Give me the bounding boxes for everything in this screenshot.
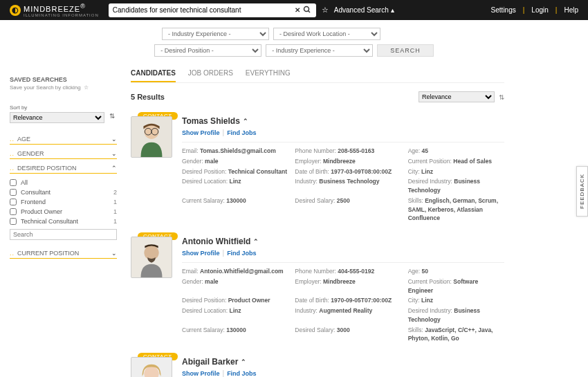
facet-desired-position[interactable]: ..DESIRED POSITION⌃: [10, 165, 117, 174]
find-jobs-link[interactable]: Find Jobs: [227, 250, 257, 257]
chevron-down-icon: ⌄: [111, 136, 117, 142]
results-sort-select[interactable]: Relevance: [419, 91, 495, 102]
find-jobs-link[interactable]: Find Jobs: [227, 129, 257, 136]
tab-job-orders[interactable]: JOB ORDERS: [188, 69, 233, 82]
tabs: CANDIDATES JOB ORDERS EVERYTHING: [131, 69, 504, 83]
tab-everything[interactable]: EVERYTHING: [246, 69, 291, 82]
candidate-name[interactable]: Tomas Shields ⌃: [182, 116, 504, 126]
results-content: CANDIDATES JOB ORDERS EVERYTHING 5 Resul…: [131, 69, 504, 377]
chevron-down-icon: ⌄: [111, 150, 117, 157]
saved-searches-title: SAVED SEARCHES: [10, 76, 117, 83]
saved-searches-hint: Save your Search by clicking ☆: [10, 84, 117, 91]
top-nav: Settings | Login | Help: [491, 6, 578, 14]
logo-icon: ◐: [10, 5, 21, 16]
avatar[interactable]: [131, 357, 172, 377]
sort-by-label: Sort by: [10, 104, 27, 111]
settings-link[interactable]: Settings: [491, 6, 516, 14]
search-icon[interactable]: [302, 6, 312, 15]
chevron-down-icon: ⌄: [111, 250, 117, 257]
filter-position[interactable]: - Desired Position -: [154, 44, 261, 57]
facet-checkbox[interactable]: [10, 189, 17, 196]
clear-icon[interactable]: ✕: [293, 6, 302, 14]
sidebar: SAVED SEARCHES Save your Search by click…: [10, 69, 117, 377]
candidate-name[interactable]: Abigail Barker ⌃: [182, 357, 504, 367]
facet-current-position[interactable]: ..CURRENT POSITION⌄: [10, 250, 117, 259]
filter-row: - Industry Experience - - Desired Work L…: [121, 28, 467, 57]
find-jobs-link[interactable]: Find Jobs: [227, 370, 257, 377]
advanced-search-link[interactable]: Advanced Search ▴: [334, 6, 394, 14]
candidate-card: CONTACTAbigail Barker ⌃Show Profile|Find…: [131, 357, 504, 377]
feedback-tab[interactable]: FEEDBACK: [576, 166, 588, 217]
facet-checkbox[interactable]: [10, 199, 17, 205]
filter-industry-1[interactable]: - Industry Experience -: [162, 28, 269, 40]
tab-candidates[interactable]: CANDIDATES: [131, 69, 176, 82]
avatar[interactable]: [131, 237, 172, 278]
candidate-name[interactable]: Antonio Whitfield ⌃: [182, 237, 504, 246]
chevron-up-icon: ⌃: [253, 238, 259, 245]
chevron-up-icon: ⌃: [241, 358, 246, 365]
search-bar[interactable]: ✕: [109, 3, 316, 17]
login-link[interactable]: Login: [531, 6, 548, 14]
sidebar-sort-select[interactable]: Relevance: [10, 112, 104, 123]
facet-checkbox[interactable]: [10, 208, 17, 215]
filter-industry-2[interactable]: - Industry Experience -: [266, 44, 373, 57]
chevron-up-icon: ⌃: [243, 118, 248, 125]
candidate-card: CONTACTTomas Shields ⌃Show Profile|Find …: [131, 116, 504, 223]
facet-option[interactable]: All: [10, 178, 117, 187]
candidate-card: CONTACTAntonio Whitfield ⌃Show Profile|F…: [131, 237, 504, 343]
svg-line-1: [308, 10, 310, 12]
star-icon[interactable]: ☆: [322, 6, 329, 15]
show-profile-link[interactable]: Show Profile: [182, 250, 220, 257]
search-input[interactable]: [113, 6, 293, 14]
search-button[interactable]: SEARCH: [377, 44, 434, 57]
brand-text: MINDBREEZE® ILLUMINATING INFORMATION: [24, 3, 99, 17]
top-bar: ◐ MINDBREEZE® ILLUMINATING INFORMATION ✕…: [0, 0, 588, 20]
svg-point-0: [304, 6, 309, 11]
brand-logo: ◐ MINDBREEZE® ILLUMINATING INFORMATION: [10, 3, 99, 17]
facet-gender[interactable]: ..GENDER⌄: [10, 150, 117, 159]
show-profile-link[interactable]: Show Profile: [182, 129, 220, 136]
sort-icon[interactable]: ⇅: [499, 93, 504, 101]
facet-option[interactable]: Product Owner1: [10, 207, 117, 217]
sort-direction-icon[interactable]: ⇅: [107, 112, 117, 123]
facet-option[interactable]: Technical Consultant1: [10, 217, 117, 226]
help-link[interactable]: Help: [564, 6, 578, 14]
facet-checkbox[interactable]: [10, 179, 17, 186]
facet-option[interactable]: Frontend1: [10, 197, 117, 207]
facet-option[interactable]: Consultant2: [10, 187, 117, 197]
filter-location[interactable]: - Desired Work Location -: [273, 28, 380, 40]
show-profile-link[interactable]: Show Profile: [182, 370, 220, 377]
facet-checkbox[interactable]: [10, 218, 17, 225]
avatar[interactable]: [131, 116, 172, 158]
results-count: 5 Results: [131, 93, 165, 101]
facet-age[interactable]: ..AGE⌄: [10, 136, 117, 145]
chevron-up-icon: ⌃: [111, 165, 117, 172]
svg-point-7: [144, 246, 158, 260]
facet-search-input[interactable]: [10, 229, 117, 240]
